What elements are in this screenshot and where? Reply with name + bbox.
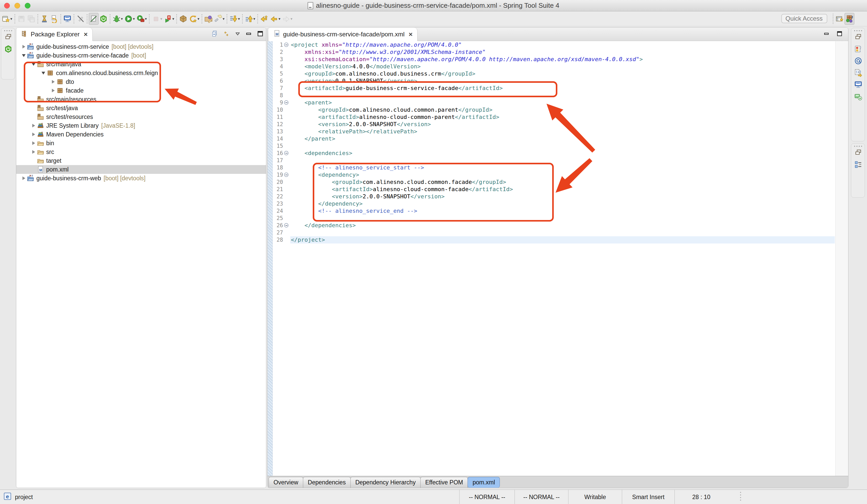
view-toolbar-minimize[interactable]	[245, 30, 253, 39]
toolbar-button-ant-build[interactable]	[40, 13, 49, 25]
toolbar-button-coverage[interactable]: ▾	[136, 13, 148, 25]
toolbar-button-console[interactable]	[63, 13, 72, 25]
dropdown-caret-icon[interactable]: ▾	[238, 17, 240, 21]
code-line-19[interactable]: 19 <dependency>	[268, 171, 848, 178]
status-grip[interactable]	[740, 492, 741, 501]
toolbar-button-spring-boot[interactable]	[98, 13, 108, 25]
fastview-button-code-template[interactable]: {=}	[851, 67, 865, 79]
dropdown-caret-icon[interactable]: ▾	[160, 17, 162, 21]
drag-handle[interactable]	[1, 28, 15, 31]
code-line-1[interactable]: 1<project xmlns="http://maven.apache.org…	[268, 41, 848, 48]
toolbar-button-run[interactable]: ▾	[124, 13, 136, 25]
package-explorer-tab[interactable]: Package Explorer ×	[16, 28, 93, 41]
fastview-button-outline[interactable]	[851, 158, 865, 171]
fold-marker-icon[interactable]	[284, 43, 288, 47]
fold-marker-icon[interactable]	[284, 223, 288, 228]
view-toolbar-link-with-editor[interactable]	[223, 30, 230, 39]
code-line-23[interactable]: 23 </dependency>	[268, 200, 848, 207]
code-line-26[interactable]: 26 </dependencies>	[268, 222, 848, 229]
view-toolbar-maximize[interactable]	[257, 30, 264, 39]
code-line-15[interactable]: 15	[268, 142, 848, 150]
xml-editor[interactable]: 1<project xmlns="http://maven.apache.org…	[268, 41, 848, 476]
fastview-button-restore-view[interactable]	[851, 31, 865, 43]
dropdown-caret-icon[interactable]: ▾	[121, 17, 123, 21]
toolbar-button-maven-build[interactable]	[178, 13, 188, 25]
tree-item-pom.xml[interactable]: Mpom.xml	[16, 165, 266, 174]
tree-item-facade[interactable]: facade	[16, 86, 266, 95]
code-line-12[interactable]: 12 <version>2.0.0-SNAPSHOT</version>	[268, 121, 848, 128]
pom-tab-pom.xml[interactable]: pom.xml	[468, 477, 500, 488]
tree-item-dto[interactable]: dto	[16, 77, 266, 86]
fold-marker-icon[interactable]	[284, 100, 288, 105]
code-line-2[interactable]: 2 xmlns:xsi="http://www.w3.org/2001/XMLS…	[268, 48, 848, 56]
editor-scrollbar[interactable]	[835, 41, 848, 476]
pom-tab-dependencies[interactable]: Dependencies	[303, 477, 351, 488]
tree-item-src-main-java[interactable]: src/main/java	[16, 60, 266, 69]
tree-item-src[interactable]: src	[16, 147, 266, 156]
code-line-25[interactable]: 25	[268, 215, 848, 222]
view-toolbar-view-menu[interactable]	[234, 30, 241, 39]
toolbar-button-skip-breakpoints[interactable]	[89, 13, 98, 25]
fastview-button-boot-dashboard[interactable]	[851, 43, 865, 55]
tree-item-target[interactable]: target	[16, 156, 266, 165]
toolbar-button-external-tools[interactable]: ▾	[163, 13, 175, 25]
code-line-18[interactable]: 18 <!-- alinesno_service_start -->	[268, 164, 848, 171]
code-line-10[interactable]: 10 <groupId>com.alinesno.cloud.common.pa…	[268, 106, 848, 113]
code-line-27[interactable]: 27	[268, 229, 848, 236]
dropdown-caret-icon[interactable]: ▾	[197, 17, 200, 21]
toolbar-button-open-type[interactable]	[204, 13, 213, 25]
code-line-9[interactable]: 9 <parent>	[268, 99, 848, 106]
tree-item-guide-business-crm-service-facade[interactable]: MJguide-business-crm-service-facade[boot…	[16, 51, 266, 60]
dropdown-caret-icon[interactable]: ▾	[172, 17, 174, 21]
tree-item-bin[interactable]: bin	[16, 139, 266, 147]
drag-handle[interactable]	[851, 144, 865, 147]
code-line-20[interactable]: 20 <groupId>com.alinesno.cloud.common.fa…	[268, 178, 848, 186]
code-line-3[interactable]: 3 xsi:schemaLocation="http://maven.apach…	[268, 56, 848, 63]
close-icon[interactable]: ×	[84, 31, 87, 39]
toolbar-button-new-wizard[interactable]: ▾	[1, 13, 13, 25]
code-line-14[interactable]: 14 </parent>	[268, 135, 848, 142]
pom-tab-dependency-hierarchy[interactable]: Dependency Hierarchy	[350, 477, 420, 488]
code-line-17[interactable]: 17	[268, 157, 848, 164]
minimize-view-button[interactable]	[823, 31, 830, 38]
toolbar-button-prev-annotation[interactable]: ▾	[244, 13, 256, 25]
dropdown-caret-icon[interactable]: ▾	[253, 17, 255, 21]
fastview-button-restore-view[interactable]	[1, 31, 15, 43]
code-line-16[interactable]: 16 <dependencies>	[268, 150, 848, 157]
fastview-button-spring-boot[interactable]	[1, 43, 15, 55]
code-line-28[interactable]: 28</project>	[268, 236, 848, 243]
fastview-button-restore-view[interactable]	[851, 147, 865, 158]
toolbar-button-back[interactable]: ▾	[269, 13, 281, 25]
tree-item-JRE-System-Library[interactable]: JRE System Library[JavaSE-1.8]	[16, 121, 266, 130]
dropdown-caret-icon[interactable]: ▾	[145, 17, 147, 21]
close-icon[interactable]: ×	[409, 31, 413, 39]
fastview-button-servers[interactable]	[851, 90, 865, 102]
fold-marker-icon[interactable]	[284, 173, 288, 177]
code-line-13[interactable]: 13 <relativePath></relativePath>	[268, 128, 848, 135]
view-toolbar-collapse-all[interactable]	[211, 30, 218, 39]
code-line-4[interactable]: 4 <modelVersion>4.0.0</modelVersion>	[268, 63, 848, 70]
quick-access-input[interactable]	[781, 14, 827, 23]
dropdown-caret-icon[interactable]: ▾	[223, 17, 225, 21]
tree-item-Maven-Dependencies[interactable]: Maven Dependencies	[16, 130, 266, 139]
dropdown-caret-icon[interactable]: ▾	[290, 17, 292, 21]
tree-item-guide-business-crm-service[interactable]: MJguide-business-crm-service[boot] [devt…	[16, 42, 266, 51]
tree-item-com.alinesno.cloud.business.crm.feign[interactable]: com.alinesno.cloud.business.crm.feign	[16, 69, 266, 77]
toolbar-button-debug[interactable]: ▾	[112, 13, 124, 25]
toolbar-button-update-project[interactable]	[49, 13, 59, 25]
close-window-button[interactable]	[4, 3, 10, 9]
code-line-22[interactable]: 22 <version>2.0.0-SNAPSHOT</version>	[268, 193, 848, 200]
pom-tab-overview[interactable]: Overview	[269, 477, 303, 488]
perspective-button-java-perspective[interactable]: J	[845, 13, 854, 25]
fastview-button-console[interactable]	[851, 79, 865, 90]
code-line-21[interactable]: 21 <artifactId>alinesno-cloud-common-fac…	[268, 186, 848, 193]
dropdown-caret-icon[interactable]: ▾	[278, 17, 280, 21]
toolbar-button-last-edit-location[interactable]	[259, 13, 269, 25]
minimize-window-button[interactable]	[14, 3, 20, 9]
toolbar-button-search[interactable]: ▾	[213, 13, 226, 25]
code-line-8[interactable]: 8	[268, 92, 848, 99]
pom-tab-effective-pom[interactable]: Effective POM	[420, 477, 468, 488]
code-line-11[interactable]: 11 <artifactId>alinesno-cloud-common-par…	[268, 113, 848, 121]
perspective-button-open-perspective[interactable]	[835, 13, 845, 25]
code-line-6[interactable]: 6 <version>0.0.1-SNAPSHOT</version>	[268, 77, 848, 85]
